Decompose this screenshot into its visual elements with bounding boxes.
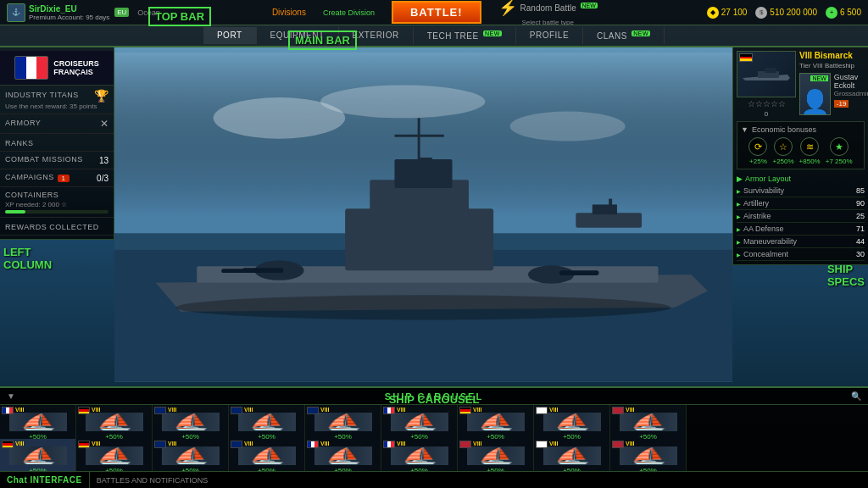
random-battle-badge: NEW xyxy=(581,3,598,8)
chat-interface-button[interactable]: Chat INTERFACE xyxy=(0,472,90,488)
ship-card-hsienyang[interactable]: VIII ⛵ +50% HSIENYANG xyxy=(534,405,610,439)
player-name: SirDixie_EU xyxy=(29,4,109,14)
ship-card-flag-r2-9 xyxy=(612,441,624,448)
stat-aa-defense[interactable]: AA Defense 71 xyxy=(737,223,865,236)
ship-card-flag-hipper xyxy=(2,407,14,414)
industry-titans-section[interactable]: INDUSTRY TITANS 🏆 Use the next reward: 3… xyxy=(0,86,114,114)
ship-card-tier-amalfi: VIII xyxy=(473,407,482,413)
rewards-collected-section[interactable]: REWARDS COLLECTED xyxy=(0,218,114,236)
ship-card-tier-hsienyang: VIII xyxy=(549,407,559,413)
ship-card-r1-9[interactable]: VIII ⛵ +50% xyxy=(610,405,687,439)
currency-section: ◆ 27 100 $ 510 200 000 + 6 500 xyxy=(700,7,868,19)
ship-card-zieten[interactable]: VIII ⛵ +50% ZIETEN xyxy=(76,405,153,439)
ship-card-edinburgh[interactable]: VIII ⛵ +50% EDINBURGH xyxy=(229,405,305,439)
ship-card-tier-edinburgh: VIII xyxy=(244,407,253,413)
ship-card-charles-martel[interactable]: VIII ⛵ +50% CHARLES MARTEL xyxy=(381,405,458,439)
eco-icon-credits: ≋ xyxy=(800,137,819,156)
eco-header[interactable]: ▼ Economic bonuses xyxy=(741,125,860,134)
stat-survivability-label: Survivability xyxy=(737,186,784,195)
ship-card-boost-lightning: +50% xyxy=(181,433,199,440)
rewards-collected-label: REWARDS COLLECTED xyxy=(5,223,99,231)
star-1: ☆ xyxy=(748,99,755,108)
stat-airstrike[interactable]: Airstrike 25 xyxy=(737,210,865,223)
carousel-header: ▼ SHIP CAROUSEL 🔍 xyxy=(0,388,868,405)
ship-card-tier-r1-9: VIII xyxy=(626,407,635,413)
ship-card-tier-lightning: VIII xyxy=(168,407,177,413)
ship-card-tier-implacable: VIII xyxy=(320,407,330,413)
ship-card-flag-lightning xyxy=(154,407,166,414)
containers-section[interactable]: CONTAINERS XP needed: 2 000 ☆ xyxy=(0,187,114,218)
ship-card-lightning[interactable]: VIII ⛵ +50% LIGHTNING xyxy=(153,405,229,439)
stat-artillery-value: 90 xyxy=(856,199,865,208)
stat-concealment[interactable]: Concealment 30 xyxy=(737,248,865,261)
ranks-section[interactable]: RANKS xyxy=(0,134,114,152)
nav-exterior[interactable]: EXTERIOR xyxy=(339,27,414,44)
armor-layout-label: Armor Layout xyxy=(745,175,791,183)
filter-icon[interactable]: ▼ xyxy=(7,391,15,401)
ship-card-boost-hsienyang: +50% xyxy=(563,433,581,440)
ship-card-monarch[interactable]: VIII ⛵ +50% MONARCH xyxy=(229,439,305,473)
ship-card-boost-r1-9: +50% xyxy=(639,433,657,440)
ship-card-img-charles-martel: ⛵ xyxy=(391,413,448,431)
notifications-label: BATTLES AND NOTIFICATIONS xyxy=(97,476,209,485)
ship-card-tier-harbin: VIII xyxy=(549,441,559,446)
containers-progress-bar xyxy=(5,210,108,214)
carousel-row-1: VIII ⛵ +50% HIPPER VIII ⛵ +50% ZIETEN VI… xyxy=(0,405,868,439)
ship-card-parseval[interactable]: VIII ⛵ +50% A. PARSEVAL xyxy=(76,439,153,473)
ship-card-harbin[interactable]: VIII ⛵ +50% HARBIN xyxy=(534,439,610,473)
ship-card-flag-bismarck xyxy=(2,441,14,448)
ship-card-implacable[interactable]: VIII ⛵ +50% IMPLACABLE xyxy=(305,405,381,439)
ship-card-hipper[interactable]: VIII ⛵ +50% HIPPER xyxy=(0,405,76,439)
ship-card-albemarle[interactable]: VIII ⛵ +50% ALBEMARLE xyxy=(153,439,229,473)
random-battle-label[interactable]: Random Battle NEW xyxy=(520,3,598,13)
divisions-button[interactable]: Divisions xyxy=(272,8,306,17)
ship-card-img-bismarck: ⛵ xyxy=(9,446,67,465)
stat-artillery[interactable]: Artillery 90 xyxy=(737,197,865,210)
ship-card-fantasque[interactable]: VIII ⛵ +50% LE FANTASQUE xyxy=(305,439,381,473)
star-4: ☆ xyxy=(771,99,778,108)
faction-name1: CROISEURS xyxy=(53,59,99,68)
captain-skill-level: -19 xyxy=(834,100,849,108)
nav-equipment[interactable]: EQUIPMENT xyxy=(257,27,339,44)
ship-card-bismarck[interactable]: VIII ⛵ +50% BISMARCK xyxy=(0,439,76,473)
captain-photo: 👤 NEW xyxy=(799,73,831,115)
ship-card-tier-zieten: VIII xyxy=(92,407,101,413)
stat-survivability[interactable]: Survivability 85 xyxy=(737,185,865,197)
ship-card-r2-9[interactable]: VIII ⛵ +50% xyxy=(610,439,687,473)
captain-new-badge: NEW xyxy=(810,75,827,81)
campaigns-badge: 1 xyxy=(58,175,70,182)
armory-icon: ✕ xyxy=(100,118,108,130)
eco-item-4: ★ +7 250% xyxy=(826,137,853,165)
region-label-left-column: LEFTCOLUMN xyxy=(3,246,52,271)
ui-overlay: ⚓ SirDixie_EU Premium Account: 95 days E… xyxy=(0,0,868,488)
credits-display: $ 510 200 000 xyxy=(755,7,817,19)
ship-card-amalfi[interactable]: VIII ⛵ +50% AMALFI xyxy=(458,405,534,439)
eco-value-3: +850% xyxy=(799,158,821,165)
star-5: ☆ xyxy=(778,99,786,108)
ship-card-img-monarch: ⛵ xyxy=(238,446,296,465)
armor-layout-button[interactable]: ▶ Armor Layout xyxy=(737,173,865,185)
ship-card-richelieu[interactable]: VIII ⛵ +50% RICHELIEU xyxy=(381,439,458,473)
nav-profile[interactable]: PROFILE xyxy=(516,27,583,44)
ship-card-veneto[interactable]: VIII ⛵ +50% V. VENETO xyxy=(458,439,534,473)
eco-item-3: ≋ +850% xyxy=(799,137,821,165)
ship-card-flag-amalfi xyxy=(459,407,471,414)
ship-card-img-r2-9: ⛵ xyxy=(620,446,677,465)
stat-maneuverability[interactable]: Maneuverability 44 xyxy=(737,236,865,248)
search-icon[interactable]: 🔍 xyxy=(851,391,861,401)
battle-button[interactable]: BATTLE! xyxy=(392,1,481,24)
campaigns-section[interactable]: CAMPAIGNS 1 0/3 xyxy=(0,169,114,187)
ranks-label: RANKS xyxy=(5,139,34,147)
stat-concealment-value: 30 xyxy=(856,250,865,258)
combat-missions-section[interactable]: COMBAT MISSIONS 13 xyxy=(0,152,114,169)
stat-concealment-label: Concealment xyxy=(737,250,788,258)
ship-card-flag-charles-martel xyxy=(383,407,395,414)
armor-layout-arrow: ▶ xyxy=(737,175,743,183)
stat-airstrike-value: 25 xyxy=(856,212,865,220)
nav-port[interactable]: PORT xyxy=(203,27,257,44)
nav-clans[interactable]: CLANS NEW xyxy=(583,27,665,44)
armory-section[interactable]: ARMORY ✕ xyxy=(0,114,114,134)
player-section: ⚓ SirDixie_EU Premium Account: 95 days E… xyxy=(0,3,170,22)
nav-tech-tree[interactable]: TECH TREE NEW xyxy=(414,27,516,44)
ship-card-img-hipper: ⛵ xyxy=(9,413,67,431)
